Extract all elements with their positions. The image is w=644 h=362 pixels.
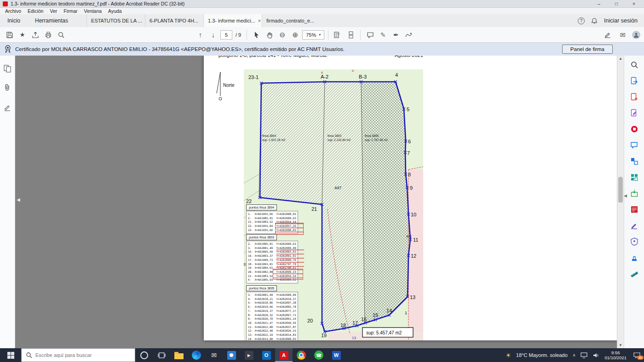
scrollbar-thumb[interactable]: [618, 177, 623, 203]
zoom-level-dropdown[interactable]: 75%▾: [302, 30, 324, 40]
page-fit-dropdown-icon[interactable]: [332, 29, 344, 40]
menu-edicion[interactable]: Edición: [24, 8, 46, 14]
tab-inicio[interactable]: Inicio: [0, 14, 28, 27]
media-player-button[interactable]: ▸: [240, 348, 258, 362]
select-cursor-icon[interactable]: [251, 29, 262, 40]
save-icon[interactable]: [4, 29, 15, 40]
fill-sign-pen-icon[interactable]: [602, 29, 613, 40]
word-button[interactable]: W: [328, 348, 345, 362]
svg-text:a: a: [352, 69, 354, 72]
collapse-left-panel-icon[interactable]: ◀: [17, 197, 20, 202]
account-avatar[interactable]: [632, 31, 640, 39]
page-thumbnails-icon[interactable]: [2, 63, 13, 74]
favorites-star-icon[interactable]: ★: [17, 29, 28, 40]
menu-archivo[interactable]: Archivo: [2, 8, 24, 14]
action-center-button[interactable]: 40: [632, 350, 642, 360]
create-pdf-icon[interactable]: [629, 91, 640, 102]
chrome-button[interactable]: [293, 348, 310, 362]
minimize-button[interactable]: –: [592, 1, 606, 6]
north-label: Norte: [223, 83, 235, 88]
mail-button[interactable]: ✉: [205, 348, 223, 362]
sign-in-link[interactable]: Iniciar sesión: [604, 17, 638, 24]
signature-panel-button[interactable]: Panel de firma: [562, 45, 613, 54]
page-down-icon[interactable]: ↓: [207, 29, 219, 40]
scan-icon[interactable]: [629, 124, 640, 135]
close-tab-icon[interactable]: ×: [258, 18, 261, 23]
scroll-down-icon[interactable]: ▼: [617, 343, 624, 347]
svg-text:18: 18: [340, 322, 346, 328]
task-view-button[interactable]: [153, 348, 170, 362]
acrobat-button-active[interactable]: A: [275, 348, 293, 362]
hidden-icons-chevron[interactable]: ∧: [573, 353, 576, 357]
print-icon[interactable]: [42, 29, 54, 40]
zoom-out-icon[interactable]: ⊖: [276, 29, 288, 40]
help-icon[interactable]: ?: [578, 17, 585, 24]
redact-icon[interactable]: [629, 204, 640, 215]
scroll-mode-icon[interactable]: [345, 29, 356, 40]
file-explorer-button[interactable]: [170, 348, 188, 362]
scroll-up-icon[interactable]: ▲: [617, 57, 624, 61]
comment-bubble-icon[interactable]: [364, 29, 376, 40]
edge-button[interactable]: [188, 348, 205, 362]
menu-ver[interactable]: Ver: [46, 8, 60, 14]
svg-text:sup: 1.547,15 m2: sup: 1.547,15 m2: [262, 138, 286, 142]
plot-1-label: 1: [405, 311, 407, 315]
doc-tab-contrato[interactable]: firmado_contrato_e...: [262, 14, 320, 27]
organize-pages-icon[interactable]: [629, 172, 640, 183]
maximize-button[interactable]: □: [609, 1, 624, 6]
cortana-button[interactable]: [135, 348, 153, 362]
svg-text:finca 3893: finca 3893: [328, 134, 341, 137]
certificate-badge-icon: [5, 45, 11, 53]
search-tools-icon[interactable]: [629, 59, 640, 70]
doc-tab-estatutos[interactable]: ESTATUTOS DE LA ...: [86, 14, 145, 27]
export-pdf-icon[interactable]: [629, 75, 640, 86]
edit-pdf-icon[interactable]: [629, 107, 640, 119]
weather-label[interactable]: 18°C Mayorm. soleado: [516, 352, 568, 358]
plot-902-label: 902: [406, 235, 412, 238]
tab-herramientas[interactable]: Herramientas: [28, 14, 75, 27]
combine-files-icon[interactable]: [629, 156, 640, 167]
draw-signature-icon[interactable]: [403, 29, 414, 40]
whatsapp-button[interactable]: ☎: [310, 348, 328, 362]
menu-ventana[interactable]: Ventana: [81, 8, 105, 14]
date-label: 01/10/2021: [604, 355, 627, 360]
hand-tool-icon[interactable]: [264, 29, 275, 40]
svg-text:21: 21: [311, 206, 317, 212]
pdf-page: polígono 1-3, parcela 141 - Torre Miguel…: [204, 56, 617, 340]
highlighter-icon[interactable]: ✎: [377, 29, 389, 40]
sign-pen-icon[interactable]: ✒: [390, 29, 402, 40]
taskbar: ✉ ▸ O A ☎ W ☀ 18°C Mayorm. soleado ∧ 9:5…: [0, 348, 644, 362]
share-upload-icon[interactable]: [29, 29, 41, 40]
attachments-paperclip-icon[interactable]: [2, 82, 13, 93]
close-button[interactable]: ×: [627, 1, 641, 6]
taskbar-clock[interactable]: 9:56 01/10/2021: [604, 350, 627, 360]
page-number-input[interactable]: 5: [220, 30, 232, 40]
volume-tray-icon[interactable]: [592, 352, 599, 358]
fill-sign-tool-icon[interactable]: [629, 220, 640, 231]
document-viewport[interactable]: ◀ polígono 1-3, parcela 141 - Torre Migu…: [15, 56, 617, 348]
doc-tab-planta[interactable]: 6-PLANTA TIPO 4H...: [145, 14, 203, 27]
signatures-pen-icon[interactable]: [2, 102, 13, 113]
zoom-in-icon[interactable]: ⊕: [289, 29, 301, 40]
svg-text:A-2: A-2: [321, 74, 328, 79]
notifications-bell-icon[interactable]: [591, 17, 598, 24]
compress-pdf-icon[interactable]: [629, 188, 640, 199]
taskbar-search[interactable]: [21, 348, 135, 362]
menu-firmar[interactable]: Firmar: [60, 8, 80, 14]
outlook-button[interactable]: O: [258, 348, 275, 362]
start-button[interactable]: [0, 348, 21, 362]
taskbar-search-input[interactable]: [35, 352, 131, 358]
doc-tab-informe-active[interactable]: 1.3- informe medici...×: [203, 14, 262, 27]
protect-pdf-icon[interactable]: [629, 236, 640, 247]
comment-tool-icon[interactable]: [629, 140, 640, 151]
stamp-tool-icon[interactable]: [629, 252, 640, 263]
vertical-scrollbar[interactable]: ▲ ▼: [617, 56, 624, 348]
teams-button[interactable]: [223, 348, 240, 362]
measure-tool-icon[interactable]: [629, 268, 640, 279]
menu-ayuda[interactable]: Ayuda: [105, 8, 125, 14]
send-mail-icon[interactable]: ✉: [617, 29, 628, 40]
search-icon[interactable]: [55, 29, 67, 40]
display-tray-icon[interactable]: [581, 352, 587, 358]
expand-tools-panel-icon[interactable]: ◀: [624, 193, 627, 198]
page-up-icon[interactable]: ↑: [195, 29, 206, 40]
